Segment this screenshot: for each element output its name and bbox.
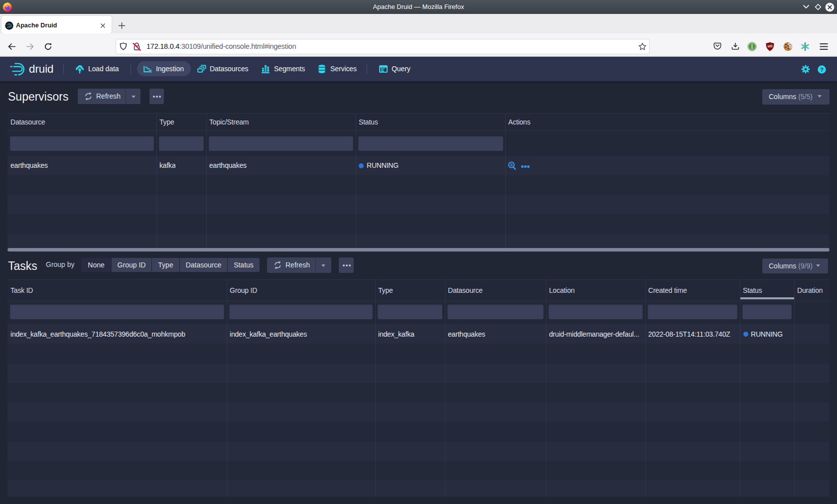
svg-text:uO: uO bbox=[768, 44, 773, 48]
svg-text:?: ? bbox=[820, 66, 824, 72]
